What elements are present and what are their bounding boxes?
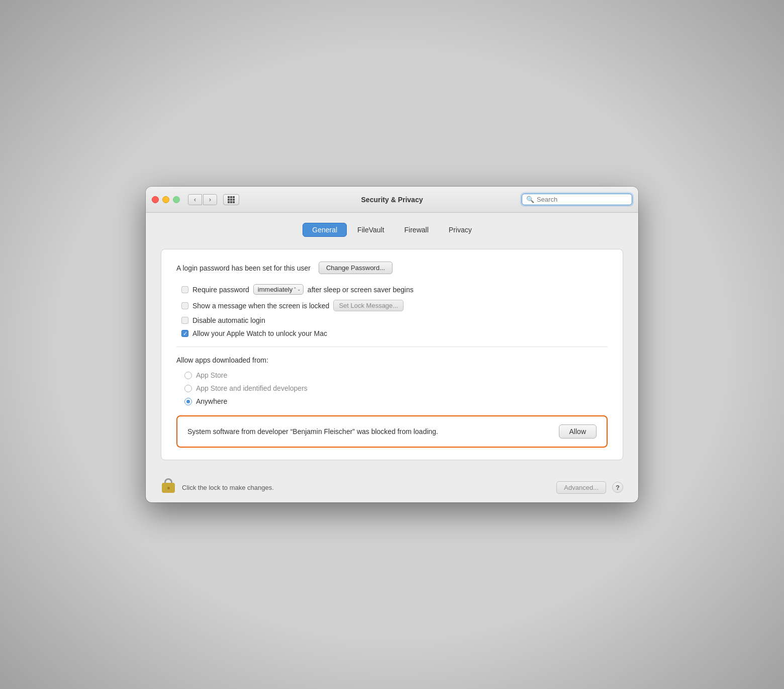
back-button[interactable]: ‹	[188, 194, 202, 205]
notification-box: System software from developer “Benjamin…	[176, 415, 608, 448]
show-lock-message-checkbox[interactable]	[181, 302, 188, 309]
require-password-dropdown[interactable]: immediately	[253, 284, 304, 295]
close-button[interactable]	[152, 196, 159, 203]
login-password-section: A login password has been set for this u…	[176, 262, 608, 274]
bottom-bar: Click the lock to make changes. Advanced…	[146, 472, 638, 502]
traffic-lights	[152, 196, 180, 203]
disable-login-label: Disable automatic login	[192, 316, 265, 324]
disable-login-checkbox[interactable]	[181, 317, 188, 324]
radio-anywhere-row: Anywhere	[184, 397, 608, 405]
options-section: Require password immediately after sleep…	[176, 284, 608, 337]
settings-panel: A login password has been set for this u…	[161, 249, 623, 460]
change-password-button[interactable]: Change Password...	[319, 262, 393, 274]
login-password-text: A login password has been set for this u…	[176, 264, 311, 272]
grid-view-button[interactable]	[223, 194, 239, 205]
lock-body	[162, 483, 175, 493]
radio-app-store-label: App Store	[196, 371, 227, 379]
section-divider	[176, 347, 608, 347]
forward-button[interactable]: ›	[203, 194, 217, 205]
radio-app-store-row: App Store	[184, 371, 608, 379]
tab-privacy[interactable]: Privacy	[439, 223, 481, 237]
radio-app-store-identified-row: App Store and identified developers	[184, 384, 608, 392]
titlebar: ‹ › Security & Privacy 🔍	[146, 187, 638, 213]
radio-app-store[interactable]	[184, 372, 192, 379]
grid-icon	[228, 196, 235, 203]
allow-apps-section: Allow apps downloaded from: App Store Ap…	[176, 356, 608, 405]
tab-filevault[interactable]: FileVault	[348, 223, 394, 237]
nav-buttons: ‹ ›	[188, 194, 217, 205]
help-button[interactable]: ?	[612, 482, 623, 493]
show-lock-message-row: Show a message when the screen is locked…	[181, 300, 608, 311]
tab-bar: General FileVault Firewall Privacy	[161, 223, 623, 237]
search-box[interactable]: 🔍	[522, 194, 632, 205]
tab-firewall[interactable]: Firewall	[395, 223, 438, 237]
disable-login-row: Disable automatic login	[181, 316, 608, 324]
require-password-checkbox[interactable]	[181, 286, 188, 293]
radio-app-store-identified-label: App Store and identified developers	[196, 384, 308, 392]
tab-general[interactable]: General	[303, 223, 347, 237]
allow-apps-title: Allow apps downloaded from:	[176, 356, 608, 364]
search-input[interactable]	[537, 196, 628, 203]
allow-button[interactable]: Allow	[559, 424, 597, 439]
search-icon: 🔍	[526, 196, 534, 203]
notification-text: System software from developer “Benjamin…	[187, 426, 438, 437]
apple-watch-checkbox[interactable]	[181, 330, 188, 337]
main-window: ‹ › Security & Privacy 🔍	[146, 187, 638, 502]
require-password-suffix: after sleep or screen saver begins	[308, 286, 414, 294]
apple-watch-row: Allow your Apple Watch to unlock your Ma…	[181, 329, 608, 337]
require-password-label: Require password	[192, 286, 249, 294]
require-password-dropdown-wrapper: immediately	[253, 284, 304, 295]
lock-keyhole	[167, 487, 170, 489]
maximize-button[interactable]	[173, 196, 180, 203]
radio-anywhere-label: Anywhere	[196, 397, 227, 405]
minimize-button[interactable]	[162, 196, 169, 203]
radio-group: App Store App Store and identified devel…	[176, 371, 608, 405]
window-title: Security & Privacy	[361, 196, 423, 204]
lock-icon[interactable]	[161, 478, 176, 496]
advanced-button[interactable]: Advanced...	[556, 481, 606, 494]
require-password-row: Require password immediately after sleep…	[181, 284, 608, 295]
show-lock-message-label: Show a message when the screen is locked	[192, 302, 329, 310]
radio-app-store-identified[interactable]	[184, 385, 192, 392]
set-lock-message-button[interactable]: Set Lock Message...	[333, 300, 404, 311]
apple-watch-label: Allow your Apple Watch to unlock your Ma…	[192, 329, 327, 337]
content-area: General FileVault Firewall Privacy A log…	[146, 213, 638, 472]
lock-label: Click the lock to make changes.	[182, 484, 550, 491]
radio-anywhere[interactable]	[184, 398, 192, 405]
